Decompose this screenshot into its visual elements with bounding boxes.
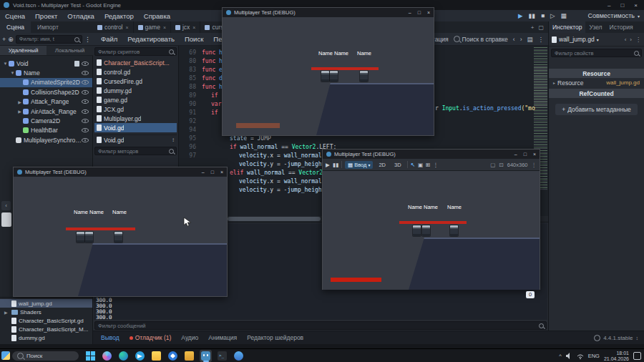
file-row-Shaders[interactable]: ▶Shaders — [0, 308, 92, 316]
tree-node-AnimatedSprite2D[interactable]: AnimatedSprite2D — [0, 78, 92, 87]
taskbar-app-widgets[interactable] — [233, 350, 245, 362]
script-item-Multiplayer.gd[interactable]: Multiplayer.gd — [94, 114, 177, 123]
play-button[interactable]: ▶ — [518, 12, 523, 19]
minimize-icon[interactable]: – — [409, 10, 411, 15]
bottom-tab-Вывод[interactable]: Вывод — [96, 334, 125, 341]
bottom-tab-Аудио[interactable]: Аудио — [176, 334, 203, 341]
2d-view-button[interactable]: 2D — [376, 161, 389, 169]
taskbar-app-edge[interactable] — [117, 350, 130, 362]
history-forward-icon[interactable]: › — [630, 36, 632, 43]
script-menu-icon[interactable]: ⋮ — [538, 36, 545, 43]
visibility-toggle-icon[interactable] — [82, 71, 89, 75]
file-row-Character_BasicScript.gd[interactable]: Character_BasicScript.gd — [0, 316, 92, 325]
panel-toggle-icon[interactable]: ▤ — [527, 36, 532, 43]
visibility-toggle-icon[interactable] — [82, 80, 89, 84]
dock-tab-История[interactable]: История — [606, 21, 637, 33]
inspector-menu-icon[interactable]: ⋮ — [635, 36, 641, 43]
resize-icon[interactable]: ↕ — [636, 336, 639, 341]
expand-icon[interactable]: ▼ — [2, 62, 9, 66]
game-viewport[interactable]: Name Name Name — [223, 17, 434, 135]
scene-tab-game[interactable]: game× — [134, 21, 171, 33]
script-item-Void.gd[interactable]: Void.gd — [94, 123, 177, 132]
menu-Отладка[interactable]: Отладка — [62, 12, 99, 20]
script-item-control.gd[interactable]: control.gd — [94, 67, 177, 77]
minimize-icon[interactable]: – — [202, 170, 205, 175]
dock-tab-Узел[interactable]: Узел — [585, 21, 605, 33]
script-item-Character_BasicScript...[interactable]: Character_BasicScript... — [94, 58, 177, 67]
list-select-icon[interactable]: ▣ — [418, 162, 423, 168]
tree-node-Name[interactable]: ▼Name — [0, 68, 92, 77]
file-row-wall_jump.gd[interactable]: wall_jump.gd — [0, 299, 92, 308]
add-node-icon[interactable]: + — [2, 36, 6, 43]
menu-Сцена[interactable]: Сцена — [0, 12, 30, 20]
script-menu-Редактировать[interactable]: Редактировать — [122, 35, 180, 43]
taskbar-app-start[interactable] — [84, 350, 97, 362]
scene-filter-input[interactable] — [16, 35, 82, 44]
expand-icon[interactable]: ▼ — [9, 71, 16, 75]
script-item-game.gd[interactable]: game.gd — [94, 95, 177, 104]
scene-tab-control[interactable]: control× — [93, 21, 134, 33]
minimize-icon[interactable]: – — [608, 2, 610, 9]
taskbar-app-explorer[interactable] — [150, 350, 162, 362]
script-attached-icon[interactable] — [74, 61, 79, 67]
game-window-top[interactable]: Multiplayer Test (DEBUG) – □ × Name Name… — [222, 7, 434, 136]
close-icon[interactable]: × — [427, 10, 430, 15]
script-filter-input[interactable] — [94, 47, 177, 56]
dock-collapse-button[interactable]: ‹ — [1, 201, 11, 210]
expand-icon[interactable]: ▶ — [16, 99, 23, 104]
script-item-CursedFire.gd[interactable]: CursedFire.gd — [94, 77, 177, 86]
scene-tab-jcx[interactable]: jcx× — [171, 21, 200, 33]
taskbar-app-folder[interactable] — [183, 350, 195, 362]
close-icon[interactable]: × — [533, 152, 536, 157]
taskbar-app-compass[interactable] — [167, 350, 179, 362]
expand-icon[interactable]: ▶ — [16, 109, 23, 114]
embed-icon[interactable]: ⊡ — [499, 162, 503, 168]
file-row-Character_BasicScript_M...[interactable]: Character_BasicScript_M... — [0, 325, 92, 333]
chevron-down-icon[interactable]: ▾ — [597, 37, 599, 42]
game-window-titlebar[interactable]: Multiplayer Test (DEBUG) – □ × — [323, 150, 540, 159]
menu-Справка[interactable]: Справка — [139, 12, 175, 20]
dock-tab-Импорт[interactable]: Импорт — [31, 21, 65, 33]
game-viewport[interactable]: Name Name Name — [323, 171, 540, 290]
message-filter-input[interactable] — [94, 321, 547, 330]
sort-methods-icon[interactable]: ↕ — [172, 137, 175, 143]
taskbar-app-copilot[interactable] — [101, 350, 113, 362]
mode-tab-Локальный[interactable]: Локальный — [47, 46, 93, 56]
weather-widget-icon[interactable] — [1, 351, 10, 360]
pause-button[interactable]: ▮▮ — [529, 12, 535, 19]
renderer-select[interactable]: Совместимость ▾ — [587, 10, 640, 21]
movie-mode-button[interactable]: ▦ — [561, 12, 567, 19]
stop-button[interactable]: ■ — [541, 12, 545, 19]
visibility-toggle-icon[interactable] — [82, 109, 89, 114]
open-script-row[interactable]: Void.gd ↕ — [94, 134, 177, 145]
game-window-float[interactable]: Multiplayer Test (DEBUG) – □ × Name Name… — [13, 167, 228, 297]
select-tool-icon[interactable]: ↖ — [411, 162, 415, 168]
dock-tab-Инспектор[interactable]: Инспектор — [549, 21, 585, 33]
close-icon[interactable]: × — [634, 2, 638, 9]
script-menu-Файл[interactable]: Файл — [96, 35, 122, 43]
menu-Проект[interactable]: Проект — [30, 12, 62, 20]
menu-Редактор[interactable]: Редактор — [99, 12, 139, 20]
bottom-tab-Анимация[interactable]: Анимация — [203, 334, 242, 341]
close-tab-icon[interactable]: × — [192, 25, 195, 30]
play-button[interactable]: ▶ — [326, 162, 330, 168]
tool-menu-icon[interactable]: ⋮ — [433, 162, 439, 168]
tree-node-Attack_Range[interactable]: ▶Attack_Range — [0, 97, 92, 107]
add-metadata-button[interactable]: + Добавить метаданные — [555, 104, 638, 115]
game-window-embedded[interactable]: Multiplayer Test (DEBUG) – □ × ▶ ▮▮ ▦ Вв… — [322, 149, 540, 290]
history-back-icon[interactable]: ‹ — [513, 36, 515, 43]
clock[interactable]: 18:01 21.04.2026 — [604, 351, 629, 362]
wifi-icon[interactable] — [577, 353, 584, 359]
input-mode-button[interactable]: ▦ Ввод ▾ — [345, 161, 373, 169]
tree-node-AirAttack_Range[interactable]: ▶AirAttack_Range — [0, 107, 92, 116]
taskbar-app-godot[interactable] — [200, 350, 212, 362]
file-row-dummy.gd[interactable]: dummy.gd — [0, 333, 92, 342]
history-back-icon[interactable]: ‹ — [625, 36, 627, 43]
game-viewport[interactable]: Name Name Name — [14, 177, 227, 296]
method-filter-input[interactable] — [94, 147, 177, 155]
script-item-dummy.gd[interactable]: dummy.gd — [94, 86, 177, 95]
taskbar-search[interactable]: Поиск — [12, 351, 79, 361]
maximize-icon[interactable]: □ — [418, 10, 421, 15]
visibility-toggle-icon[interactable] — [82, 90, 89, 94]
minimize-icon[interactable]: – — [514, 152, 517, 157]
